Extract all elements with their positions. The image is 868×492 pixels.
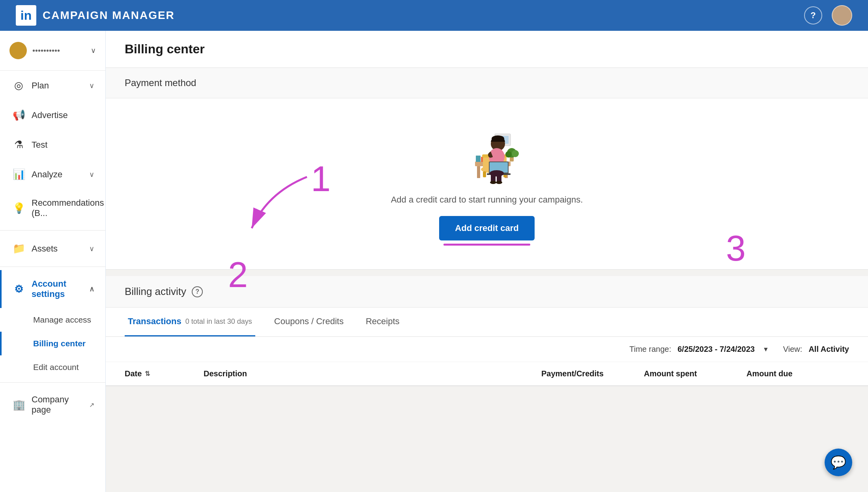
nav-title: CAMPAIGN MANAGER [43, 9, 175, 22]
tab-transactions[interactable]: Transactions 0 total in last 30 days [125, 308, 255, 336]
chat-fab-icon: 💬 [831, 455, 846, 470]
tab-transactions-label: Transactions [128, 316, 181, 327]
table-header-description: Description [204, 369, 541, 378]
sidebar-item-plan-label: Plan [32, 81, 49, 91]
help-button[interactable]: ? [804, 6, 822, 24]
time-range-dropdown-icon[interactable]: ▼ [763, 346, 769, 353]
advertise-icon: 📢 [13, 109, 24, 121]
sidebar-sub-item-edit-account-label: Edit account [33, 362, 79, 372]
sidebar-sub-item-manage-access-label: Manage access [33, 315, 91, 324]
linkedin-logo-letter: in [21, 8, 32, 23]
account-settings-chevron-icon: ∧ [89, 285, 94, 293]
view-value: All Activity [808, 345, 849, 354]
svg-rect-12 [483, 171, 486, 177]
sidebar-item-test-label: Test [32, 140, 47, 150]
chevron-down-icon: ∨ [91, 46, 96, 55]
settings-icon: ⚙ [13, 283, 24, 295]
sidebar-sub-item-billing-center-label: Billing center [33, 339, 86, 348]
analyze-chevron-icon: ∨ [89, 170, 94, 179]
company-page-icon: 🏢 [13, 399, 24, 411]
chevron-right-icon: ∨ [89, 81, 94, 90]
tab-receipts[interactable]: Receipts [363, 308, 403, 336]
sidebar-item-company-page[interactable]: 🏢 Company page ↗ [0, 386, 105, 424]
user-avatar[interactable] [832, 5, 852, 26]
billing-tabs: Transactions 0 total in last 30 days Cou… [106, 308, 868, 337]
table-header-amount-due: Amount due [746, 369, 849, 378]
billing-activity-title: Billing activity [125, 285, 186, 298]
main-content: Billing center Payment method [106, 31, 868, 492]
sidebar-item-test[interactable]: ⚗ Test [0, 130, 105, 160]
add-credit-card-underline [443, 244, 530, 246]
sidebar-item-analyze[interactable]: 📊 Analyze ∨ [0, 160, 105, 189]
sidebar-item-account-settings-label: Account settings [32, 279, 82, 299]
sidebar-item-account-settings[interactable]: ⚙ Account settings ∧ [0, 270, 105, 308]
analyze-icon: 📊 [13, 168, 24, 180]
sidebar-account[interactable]: •••••••••• ∨ [0, 31, 105, 71]
table-header-date: Date ⇅ [125, 369, 204, 378]
sidebar-item-advertise-label: Advertise [32, 110, 68, 120]
svg-point-23 [490, 181, 496, 184]
svg-point-28 [512, 150, 519, 157]
assets-icon: 📁 [13, 242, 24, 255]
nav-right: ? [804, 5, 852, 26]
sidebar-item-recommendations[interactable]: 💡 Recommendations (B... [0, 189, 105, 227]
sidebar-sub-item-edit-account[interactable]: Edit account [0, 355, 105, 379]
assets-chevron-icon: ∨ [89, 244, 94, 253]
sidebar-account-avatar [9, 42, 27, 59]
page-header: Billing center [106, 31, 868, 68]
table-header-amount-spent: Amount spent [644, 369, 746, 378]
tab-transactions-badge: 0 total in last 30 days [185, 317, 252, 326]
sidebar-sub-item-billing-center[interactable]: Billing center [0, 332, 105, 355]
add-credit-card-button[interactable]: Add credit card [439, 216, 534, 240]
payment-empty-state: Add a credit card to start running your … [106, 98, 868, 269]
sidebar-divider-2 [0, 267, 105, 267]
sidebar-item-recommendations-label: Recommendations (B... [32, 198, 104, 218]
payment-method-header: Payment method [106, 68, 868, 98]
sidebar-sub-item-manage-access[interactable]: Manage access [0, 308, 105, 332]
recommendations-icon: 💡 [13, 202, 24, 214]
view-label: View: [783, 345, 803, 354]
sidebar-divider-1 [0, 230, 105, 231]
sidebar-item-plan[interactable]: ◎ Plan ∨ [0, 71, 105, 100]
table-header: Date ⇅ Description Payment/Credits Amoun… [106, 362, 868, 386]
time-range-label: Time range: [629, 345, 671, 354]
tab-coupons-credits[interactable]: Coupons / Credits [271, 308, 347, 336]
app-body: •••••••••• ∨ ◎ Plan ∨ 📢 Advertise ⚗ Test… [0, 31, 868, 492]
sidebar-item-assets[interactable]: 📁 Assets ∨ [0, 234, 105, 263]
tab-receipts-label: Receipts [366, 316, 400, 327]
plan-icon: ◎ [13, 79, 24, 92]
svg-point-27 [505, 151, 512, 158]
test-icon: ⚗ [13, 139, 24, 151]
top-navigation: in CAMPAIGN MANAGER ? [0, 0, 868, 31]
payment-method-section: Payment method [106, 68, 868, 270]
svg-rect-3 [476, 156, 481, 162]
table-header-payment-credits: Payment/Credits [541, 369, 644, 378]
linkedin-logo: in [16, 5, 36, 26]
sidebar-item-assets-label: Assets [32, 244, 58, 254]
billing-activity-help-icon[interactable]: ? [192, 286, 203, 297]
external-link-icon: ↗ [89, 401, 94, 409]
sidebar-item-advertise[interactable]: 📢 Advertise [0, 100, 105, 130]
sort-icon-date[interactable]: ⇅ [145, 370, 150, 377]
table-controls: Time range: 6/25/2023 - 7/24/2023 ▼ View… [106, 337, 868, 362]
nav-left: in CAMPAIGN MANAGER [16, 5, 175, 26]
svg-point-24 [496, 181, 502, 184]
billing-activity-section: Billing activity ? Transactions 0 total … [106, 276, 868, 386]
empty-state-text: Add a credit card to start running your … [391, 195, 583, 205]
sidebar-item-analyze-label: Analyze [32, 169, 62, 180]
billing-activity-header: Billing activity ? [106, 276, 868, 308]
payment-method-title: Payment method [125, 77, 196, 88]
tab-coupons-credits-label: Coupons / Credits [274, 316, 344, 327]
sidebar-item-company-page-label: Company page [32, 394, 82, 415]
payment-illustration [451, 122, 522, 185]
page-title: Billing center [125, 42, 849, 56]
sidebar-account-name: •••••••••• [32, 46, 85, 55]
chat-fab-button[interactable]: 💬 [825, 449, 852, 476]
sidebar: •••••••••• ∨ ◎ Plan ∨ 📢 Advertise ⚗ Test… [0, 31, 106, 492]
svg-rect-1 [477, 166, 480, 178]
sidebar-divider-3 [0, 382, 105, 383]
time-range-value: 6/25/2023 - 7/24/2023 [677, 345, 755, 354]
